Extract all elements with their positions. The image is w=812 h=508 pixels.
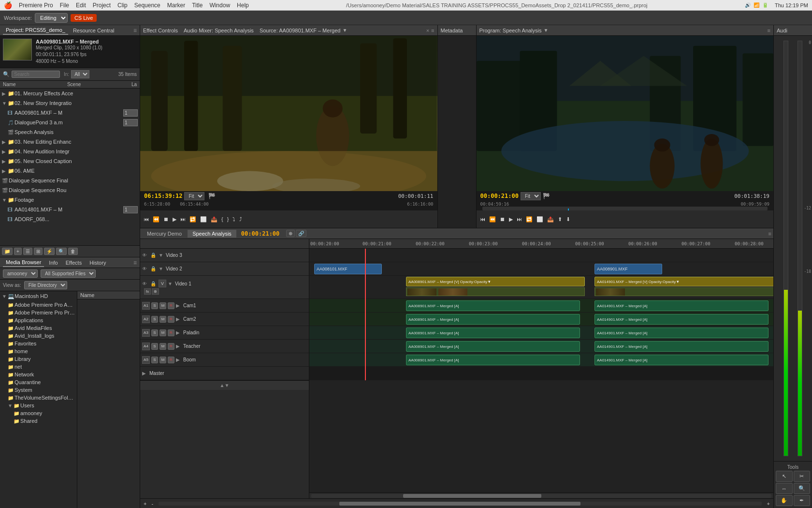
source-loop-button[interactable]: 🔁: [188, 215, 198, 224]
tree-field-input[interactable]: [123, 119, 138, 126]
track-row-a5[interactable]: AA008901.MXF – Merged [A] AA014901.MXF –…: [309, 353, 773, 367]
timeline-clip[interactable]: AA014901.MXF – Merged [A]: [594, 355, 768, 365]
source-in-point-button[interactable]: {: [220, 215, 225, 223]
list-view-button[interactable]: ☰: [23, 248, 32, 255]
tool-select-button[interactable]: ↖: [776, 471, 793, 482]
program-play-button[interactable]: ▶: [508, 215, 514, 224]
panel-close-icon[interactable]: ≡: [133, 259, 137, 266]
tree-item[interactable]: ▶ 📁 01. Mercury Effects Acce: [0, 89, 140, 98]
tree-item[interactable]: 🎬 Dialogue Sequence Final: [0, 176, 140, 185]
apple-menu[interactable]: 🍎: [4, 1, 12, 9]
timeline-clip[interactable]: AA008101.MXF: [314, 264, 382, 274]
track-expand-icon[interactable]: ▼: [168, 281, 174, 286]
track-row-v3[interactable]: [309, 249, 773, 262]
source-play-button[interactable]: ▶: [171, 215, 178, 224]
track-mute-icon[interactable]: M: [160, 343, 166, 350]
timeline-add-track-button[interactable]: +: [142, 500, 148, 508]
menu-clip[interactable]: Clip: [117, 2, 128, 9]
timeline-tab-speech[interactable]: Speech Analysis: [188, 230, 236, 238]
program-fit-select[interactable]: Fit: [521, 192, 541, 200]
source-stop-button[interactable]: ⏹: [162, 215, 170, 223]
track-expand-icon[interactable]: ▶: [176, 330, 182, 335]
timeline-clip[interactable]: AA014901.MXF – Merged [V] Opacity:Opacit…: [594, 277, 773, 286]
source-dropdown-icon[interactable]: ▼: [342, 28, 347, 33]
tree-item[interactable]: ▼ 📁 02. New Story Integratio: [0, 98, 140, 108]
tree-item[interactable]: 📁 net: [0, 363, 77, 371]
track-scroll-up[interactable]: ▲: [220, 383, 225, 388]
track-expand-icon[interactable]: ▶: [142, 371, 148, 376]
effects-tab[interactable]: Effects: [63, 259, 85, 267]
track-eye-icon[interactable]: 👁: [142, 266, 149, 271]
tool-pen-button[interactable]: ✒: [794, 495, 811, 506]
tree-field-input[interactable]: [123, 206, 138, 213]
track-v1-effect1[interactable]: fx: [144, 288, 151, 295]
source-timeline-bar[interactable]: 6:15:28:00 06:15:44:00 6:16:16:00: [140, 201, 437, 210]
program-play-back-button[interactable]: ⏪: [488, 215, 497, 224]
a2-label[interactable]: A2: [142, 315, 150, 323]
track-record-icon[interactable]: R: [168, 302, 174, 309]
tree-item[interactable]: ▶ 📁 03. New Editing Enhanc: [0, 137, 140, 147]
tree-item[interactable]: 📁 System: [0, 386, 77, 394]
tree-field-input[interactable]: [123, 109, 138, 117]
track-solo-icon[interactable]: S: [151, 343, 158, 350]
menu-help[interactable]: Help: [237, 2, 249, 9]
source-output-button[interactable]: 📤: [209, 215, 219, 224]
menu-edit[interactable]: Edit: [76, 2, 86, 9]
timeline-tab-mercury[interactable]: Mercury Demo: [142, 230, 187, 238]
files-type-dropdown[interactable]: All Supported Files: [41, 269, 96, 278]
tree-item[interactable]: 🎬 Dialogue Sequence Rou: [0, 185, 140, 195]
tree-item[interactable]: 📁 Quarantine: [0, 378, 77, 386]
program-playback-bar[interactable]: [482, 207, 768, 210]
source-step-back-button[interactable]: ⏮: [142, 215, 150, 223]
automate-button[interactable]: ⚡: [44, 248, 55, 255]
timeline-clip[interactable]: AA008901.MXF – Merged [A]: [406, 328, 580, 338]
track-record-icon[interactable]: R: [168, 343, 174, 350]
tree-item[interactable]: 📁 Adobe Premiere Pro Auto...: [0, 301, 77, 309]
track-row-master[interactable]: [309, 367, 773, 380]
audio-mixer-tab[interactable]: Audio Mixer: Speech Analysis: [184, 28, 254, 33]
track-expand-icon[interactable]: ▼: [159, 253, 164, 258]
menu-premiere[interactable]: Premiere Pro: [19, 2, 53, 9]
track-row-v2[interactable]: AA008101.MXF AA008901.MXF: [309, 262, 773, 276]
track-record-icon[interactable]: R: [168, 329, 174, 336]
search-input[interactable]: [12, 71, 60, 78]
menu-sequence[interactable]: Sequence: [134, 2, 160, 9]
program-step-fwd-button[interactable]: ⏭: [515, 215, 523, 223]
effect-controls-tab[interactable]: Effect Controls: [143, 28, 178, 33]
tree-item[interactable]: ▼ 📁 Footage: [0, 195, 140, 205]
timeline-clip[interactable]: AA014901.MXF – Merged [A]: [594, 314, 768, 325]
source-overwrite-button[interactable]: ⤴: [238, 215, 244, 223]
source-step-fwd-button[interactable]: ⏭: [179, 215, 187, 223]
find-button[interactable]: 🔍: [56, 248, 67, 255]
tree-item[interactable]: 📁 Favorites: [0, 340, 77, 347]
time-ruler[interactable]: 00:00:20:00 00:00:21:00 00:00:22:00 00:0…: [309, 239, 773, 249]
track-expand-icon[interactable]: ▶: [176, 344, 182, 349]
clip-thumbnail[interactable]: [3, 39, 32, 60]
menu-file[interactable]: File: [60, 2, 69, 9]
timeline-clip[interactable]: AA008901.MXF: [594, 264, 662, 274]
track-lock-icon[interactable]: 🔒: [150, 266, 157, 271]
track-scroll-down[interactable]: ▼: [225, 383, 230, 388]
icon-view-button[interactable]: ⊞: [34, 248, 43, 255]
monitor-close-icon[interactable]: ×: [426, 28, 429, 33]
tree-item[interactable]: 🎵 DialoguePond 3 a.m: [0, 118, 140, 127]
history-tab[interactable]: History: [87, 259, 109, 267]
tree-item[interactable]: 🎞 AA014801.MXF – M: [0, 205, 140, 214]
track-mute-icon[interactable]: M: [160, 329, 166, 336]
program-settings-icon[interactable]: ≡: [768, 28, 770, 33]
tree-item[interactable]: 📁 Adobe Premiere Pro Previe...: [0, 309, 77, 316]
timeline-clip[interactable]: AA008901.MXF – Merged [A]: [406, 300, 580, 311]
a1-label[interactable]: A1: [142, 302, 150, 310]
tool-razor-button[interactable]: ✂: [794, 471, 811, 482]
program-lift-button[interactable]: ⬆: [556, 215, 564, 224]
timeline-clip[interactable]: AA014901.MXF – Merged [A]: [594, 341, 768, 352]
timeline-clip[interactable]: AA008901.MXF – Merged [A]: [406, 314, 580, 325]
source-insert-button[interactable]: ⤵: [231, 215, 237, 223]
tree-item[interactable]: 📁 Applications: [0, 316, 77, 324]
program-dropdown-icon[interactable]: ▼: [544, 28, 549, 33]
timeline-scroll-thumb[interactable]: [403, 494, 541, 498]
program-safe-margin-button[interactable]: ⬜: [535, 215, 545, 224]
tree-item[interactable]: 🎞 AA009801.MXF – M: [0, 108, 140, 118]
track-expand-icon[interactable]: ▶: [176, 357, 182, 362]
workspace-select[interactable]: Editing: [35, 13, 68, 23]
